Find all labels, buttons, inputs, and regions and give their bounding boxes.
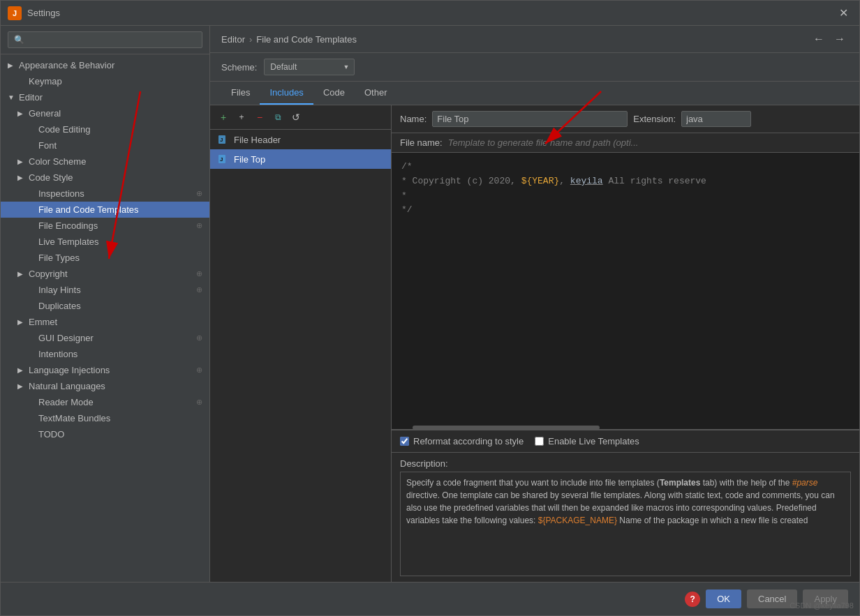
template-item-file-top[interactable]: J File Top bbox=[210, 149, 391, 169]
sidebar-item-intentions[interactable]: Intentions bbox=[1, 346, 209, 362]
desc-text-2: tab) with the help of the bbox=[700, 478, 792, 488]
sidebar-item-label: Natural Languages bbox=[29, 381, 105, 391]
sidebar-item-label: Code Style bbox=[29, 172, 73, 183]
code-line-3: * bbox=[401, 189, 850, 204]
app-icon: J bbox=[8, 6, 22, 20]
sidebar-item-emmet[interactable]: ▶ Emmet bbox=[1, 314, 209, 330]
breadcrumb-current: File and Code Templates bbox=[256, 34, 357, 45]
sidebar-item-gui-designer[interactable]: GUI Designer ⊕ bbox=[1, 330, 209, 346]
filename-input[interactable] bbox=[448, 137, 851, 148]
sidebar-item-label: Inspections bbox=[38, 188, 84, 199]
arrow-icon: ▶ bbox=[17, 270, 24, 278]
sidebar-item-file-types[interactable]: File Types bbox=[1, 250, 209, 266]
reformat-checkbox[interactable] bbox=[400, 437, 409, 446]
sidebar-item-inspections[interactable]: Inspections ⊕ bbox=[1, 186, 209, 202]
add-template-button[interactable]: + bbox=[216, 110, 231, 125]
name-input[interactable] bbox=[432, 111, 628, 127]
tab-includes[interactable]: Includes bbox=[260, 82, 313, 105]
sidebar-item-textmate-bundles[interactable]: TextMate Bundles bbox=[1, 410, 209, 426]
reset-template-button[interactable]: ↺ bbox=[288, 110, 304, 125]
scheme-select[interactable]: Default bbox=[264, 59, 355, 75]
filename-label: File name: bbox=[400, 137, 443, 148]
badge-icon: ⊕ bbox=[196, 366, 202, 375]
bottom-buttons: ? OK Cancel Apply bbox=[1, 582, 859, 615]
sidebar-item-keymap[interactable]: Keymap bbox=[1, 73, 209, 89]
code-line-1: /* bbox=[401, 160, 850, 174]
search-input[interactable] bbox=[8, 31, 202, 48]
live-templates-checkbox-label[interactable]: Enable Live Templates bbox=[535, 436, 639, 446]
badge-icon: ⊕ bbox=[196, 269, 202, 278]
desc-bold-1: Templates bbox=[660, 478, 700, 488]
help-button[interactable]: ? bbox=[685, 592, 700, 607]
sidebar-item-code-style[interactable]: ▶ Code Style bbox=[1, 170, 209, 186]
sidebar-item-todo[interactable]: TODO bbox=[1, 426, 209, 442]
forward-arrow[interactable]: → bbox=[831, 33, 848, 45]
sidebar-item-label: File and Code Templates bbox=[38, 204, 139, 215]
tab-other[interactable]: Other bbox=[355, 82, 397, 105]
tab-code[interactable]: Code bbox=[313, 82, 355, 105]
bottom-options: Reformat according to style Enable Live … bbox=[392, 430, 859, 452]
tab-files[interactable]: Files bbox=[221, 82, 260, 105]
svg-text:J: J bbox=[220, 137, 223, 143]
sidebar-item-duplicates[interactable]: Duplicates bbox=[1, 298, 209, 314]
breadcrumb-separator: › bbox=[249, 34, 252, 45]
live-templates-label: Enable Live Templates bbox=[548, 436, 639, 446]
reformat-checkbox-label[interactable]: Reformat according to style bbox=[400, 436, 524, 446]
sidebar-item-label: File Encodings bbox=[38, 220, 98, 231]
detail-panel: Name: Extension: File name: /* bbox=[392, 105, 859, 582]
badge-icon: ⊕ bbox=[196, 398, 202, 407]
nav-arrows: ← → bbox=[810, 33, 848, 45]
sidebar-item-label: General bbox=[29, 108, 61, 119]
sidebar-item-live-templates[interactable]: Live Templates bbox=[1, 234, 209, 250]
sidebar-item-label: Reader Mode bbox=[38, 397, 94, 407]
code-line-4: */ bbox=[401, 203, 850, 218]
file-top-icon: J bbox=[217, 153, 228, 165]
sidebar-item-general[interactable]: ▶ General bbox=[1, 105, 209, 121]
sidebar-item-label: Emmet bbox=[29, 317, 57, 327]
template-item-file-header[interactable]: J File Header bbox=[210, 130, 391, 149]
sidebar-item-appearance[interactable]: ▶ Appearance & Behavior bbox=[1, 57, 209, 73]
sidebar-item-reader-mode[interactable]: Reader Mode ⊕ bbox=[1, 394, 209, 410]
watermark: CSDN @keyila798 bbox=[789, 601, 854, 610]
sidebar-item-file-and-code-templates[interactable]: File and Code Templates bbox=[1, 202, 209, 218]
sidebar-item-label: GUI Designer bbox=[38, 333, 94, 343]
sidebar-item-language-injections[interactable]: ▶ Language Injections ⊕ bbox=[1, 362, 209, 378]
close-button[interactable]: ✕ bbox=[835, 5, 852, 21]
arrow-icon: ▶ bbox=[17, 318, 24, 326]
sidebar-item-inlay-hints[interactable]: Inlay Hints ⊕ bbox=[1, 282, 209, 298]
back-arrow[interactable]: ← bbox=[810, 33, 827, 45]
live-templates-checkbox[interactable] bbox=[535, 437, 544, 446]
extension-input[interactable] bbox=[681, 111, 751, 127]
ok-button[interactable]: OK bbox=[706, 589, 741, 608]
sidebar-item-natural-languages[interactable]: ▶ Natural Languages bbox=[1, 378, 209, 394]
sidebar-item-label: Color Scheme bbox=[29, 156, 86, 167]
sidebar-item-label: Code Editing bbox=[38, 124, 90, 135]
code-line-2: * Copyright (c) 2020, ${YEAR}, keyila Al… bbox=[401, 174, 850, 189]
badge-icon: ⊕ bbox=[196, 221, 202, 230]
badge-icon: ⊕ bbox=[196, 285, 202, 294]
copy-template-button[interactable]: ⧉ bbox=[270, 110, 286, 125]
sidebar-item-color-scheme[interactable]: ▶ Color Scheme bbox=[1, 153, 209, 170]
sidebar-item-label: Intentions bbox=[38, 349, 77, 359]
desc-code-1: #parse bbox=[792, 478, 818, 488]
sidebar: ▶ Appearance & Behavior Keymap ▼ Editor … bbox=[1, 26, 210, 582]
breadcrumb-parent: Editor bbox=[221, 34, 245, 45]
arrow-icon: ▶ bbox=[17, 158, 24, 165]
title-bar: J Settings ✕ bbox=[1, 1, 859, 26]
sidebar-item-label: Copyright bbox=[29, 269, 68, 279]
arrow-icon: ▶ bbox=[17, 110, 24, 117]
sidebar-item-copyright[interactable]: ▶ Copyright ⊕ bbox=[1, 266, 209, 282]
tabs-bar: Files Includes Code Other bbox=[210, 82, 859, 105]
sidebar-item-font[interactable]: Font bbox=[1, 137, 209, 153]
sidebar-item-file-encodings[interactable]: File Encodings ⊕ bbox=[1, 218, 209, 234]
sidebar-item-label: Language Injections bbox=[29, 365, 110, 375]
filename-row: File name: bbox=[392, 133, 859, 153]
arrow-icon: ▶ bbox=[17, 382, 24, 390]
search-box bbox=[1, 26, 209, 54]
desc-text-1: Specify a code fragment that you want to… bbox=[406, 478, 660, 488]
sidebar-item-code-editing[interactable]: Code Editing bbox=[1, 121, 209, 137]
sidebar-item-editor[interactable]: ▼ Editor bbox=[1, 89, 209, 105]
badge-icon: ⊕ bbox=[196, 333, 202, 343]
add-child-button[interactable]: + bbox=[234, 110, 249, 125]
remove-template-button[interactable]: − bbox=[252, 110, 267, 125]
